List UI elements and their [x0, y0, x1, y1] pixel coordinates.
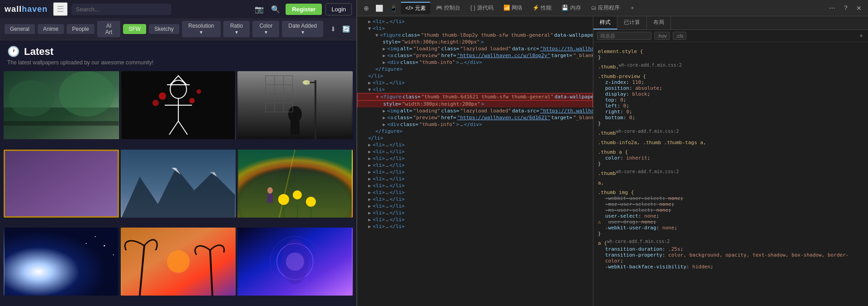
filter-people[interactable]: People	[67, 24, 94, 34]
html-line[interactable]: <li>…</li>	[357, 175, 593, 182]
html-line[interactable]: <li>…</li>	[357, 182, 593, 189]
html-line[interactable]: <li>…</li>	[357, 18, 593, 25]
expand-icon[interactable]	[376, 94, 379, 99]
expand-icon[interactable]	[368, 80, 371, 85]
html-line[interactable]: <figure class="thumb thumb-l8op2y thumb-…	[357, 32, 593, 39]
expand-icon[interactable]	[368, 224, 371, 229]
device-icon[interactable]: ⬜	[373, 3, 386, 13]
css-add-button[interactable]: ＋	[858, 32, 864, 40]
expand-icon[interactable]	[368, 170, 371, 175]
wallpaper-item[interactable]	[4, 228, 119, 296]
refresh-icon[interactable]: 🔄	[340, 24, 352, 34]
wallpaper-item[interactable]	[4, 150, 119, 218]
expand-icon[interactable]	[368, 217, 371, 222]
html-line[interactable]: <li>…</li>	[357, 196, 593, 203]
html-line[interactable]: <li>…</li>	[357, 216, 593, 223]
expand-icon[interactable]	[368, 176, 371, 181]
html-line[interactable]: <div class="thumb-info"> …</div>	[357, 59, 593, 66]
login-button[interactable]: Login	[326, 3, 352, 15]
help-icon[interactable]: ？	[840, 3, 852, 14]
inspect-icon[interactable]: ⊕	[361, 3, 372, 13]
html-line[interactable]: <li>…</li>	[357, 162, 593, 169]
html-line[interactable]: <li>	[357, 86, 593, 93]
register-button[interactable]: Register	[286, 4, 322, 15]
tab-memory[interactable]: 💾 内存	[557, 2, 585, 14]
html-line[interactable]: <li>	[357, 25, 593, 32]
wallpaper-item[interactable]	[121, 150, 236, 218]
expand-icon[interactable]	[368, 19, 371, 24]
html-line[interactable]: <img alt="loading" class="lazyload loade…	[357, 45, 593, 52]
wallpaper-item[interactable]	[4, 71, 119, 139]
html-line[interactable]: <li>…</li>	[357, 209, 593, 216]
filter-ratio[interactable]: Ratio ▾	[223, 21, 250, 37]
html-line-highlighted[interactable]: <figure class="thumb thumb-6d1621 thumb-…	[357, 93, 593, 101]
tab-elements[interactable]: </> 元素	[401, 2, 430, 14]
filter-sfw[interactable]: SFW	[123, 24, 146, 34]
wallpaper-item[interactable]	[237, 150, 353, 218]
expand-icon[interactable]	[368, 142, 371, 147]
expand-icon[interactable]	[368, 149, 371, 154]
css-tab-styles[interactable]: 样式	[593, 16, 617, 29]
search-input[interactable]	[71, 4, 171, 15]
expand-icon[interactable]	[383, 53, 385, 58]
html-line[interactable]: <li>…</li>	[357, 189, 593, 196]
mobile-icon[interactable]: 📱	[387, 3, 400, 13]
tab-performance[interactable]: ⚡ 性能	[528, 2, 556, 14]
expand-icon[interactable]	[368, 156, 371, 161]
expand-icon[interactable]	[383, 122, 385, 127]
html-line[interactable]: <img alt="loading" class="lazyload loade…	[357, 107, 593, 114]
html-line[interactable]: style="width:300px;height:200px">	[357, 101, 593, 107]
filter-general[interactable]: General	[5, 24, 35, 34]
css-pseudo-button[interactable]: :hov	[654, 32, 670, 40]
search-icon[interactable]: 🔍	[269, 4, 282, 15]
html-line[interactable]: <li>…</li>	[357, 203, 593, 209]
wallpaper-item[interactable]	[121, 71, 236, 139]
html-line[interactable]: </figure>	[357, 66, 593, 73]
expand-icon[interactable]	[383, 115, 385, 120]
expand-icon[interactable]	[368, 183, 371, 188]
tab-console[interactable]: 🎮 控制台	[431, 2, 465, 14]
filter-ai-art[interactable]: AI Art	[97, 21, 120, 37]
html-line[interactable]: <a class="preview" href="https://wallhav…	[357, 114, 593, 121]
html-line[interactable]: <li>…</li>	[357, 148, 593, 155]
html-line[interactable]: <li>…</li>	[357, 155, 593, 162]
expand-icon[interactable]	[368, 190, 371, 195]
html-line[interactable]: <div class="thumb-info"> …</div>	[357, 121, 593, 128]
css-tab-computed[interactable]: 已计算	[617, 16, 647, 29]
css-cls-button[interactable]: .cls	[673, 32, 687, 40]
expand-icon[interactable]	[383, 108, 385, 113]
html-line[interactable]: <li>…</li>	[357, 141, 593, 148]
filter-sketchy[interactable]: Sketchy	[149, 24, 179, 34]
html-line[interactable]: </li>	[357, 135, 593, 141]
filter-anime[interactable]: Anime	[38, 24, 64, 34]
expand-icon[interactable]	[368, 197, 371, 202]
tab-application[interactable]: 🗂 应用程序	[587, 2, 624, 14]
html-line[interactable]: <a class="preview" href="https://wallhav…	[357, 52, 593, 59]
css-filter-input[interactable]	[597, 32, 651, 40]
wallpaper-item[interactable]	[237, 228, 353, 296]
expand-icon[interactable]	[368, 163, 371, 168]
expand-icon[interactable]	[383, 46, 385, 51]
camera-icon[interactable]: 📷	[253, 4, 266, 15]
wallpaper-item[interactable]	[237, 71, 353, 139]
expand-icon[interactable]	[368, 87, 371, 92]
filter-resolution[interactable]: Resolution ▾	[182, 21, 221, 37]
expand-icon[interactable]	[383, 60, 385, 65]
expand-icon[interactable]	[368, 26, 371, 31]
expand-icon[interactable]	[375, 33, 378, 38]
html-line[interactable]: </figure>	[357, 128, 593, 135]
tab-network[interactable]: 📶 网络	[499, 2, 527, 14]
filter-date-added[interactable]: Date Added ▾	[282, 21, 323, 37]
sort-icon[interactable]: ⬇	[329, 24, 338, 34]
css-tab-layout[interactable]: 布局	[647, 16, 671, 29]
expand-icon[interactable]	[368, 204, 371, 209]
wallpaper-item[interactable]	[121, 228, 236, 296]
html-line[interactable]: <li>…</li>	[357, 79, 593, 86]
filter-color[interactable]: Color ▾	[252, 21, 279, 37]
html-line[interactable]: </li>	[357, 73, 593, 79]
hamburger-button[interactable]: ☰	[53, 2, 68, 16]
tab-add[interactable]: ＋	[625, 2, 640, 14]
expand-icon[interactable]	[368, 210, 371, 215]
close-icon[interactable]: ✕	[853, 3, 864, 13]
html-line[interactable]: <li>…</li>	[357, 169, 593, 175]
